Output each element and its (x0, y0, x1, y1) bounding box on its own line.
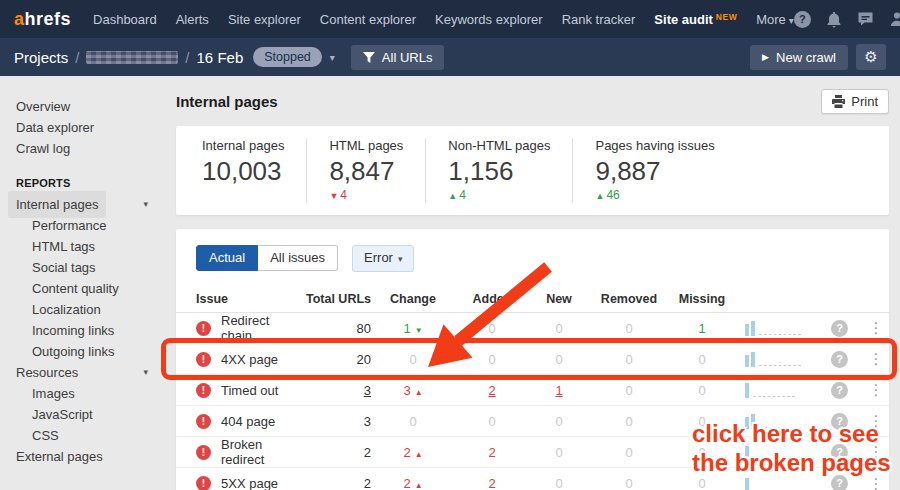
print-button[interactable]: Print (821, 89, 889, 114)
nav-more[interactable]: More▾ (756, 12, 794, 27)
sidebar-item-overview[interactable]: Overview (0, 96, 160, 117)
nav-alerts[interactable]: Alerts (176, 12, 209, 27)
removed-cell: 0 (589, 445, 669, 460)
nav-rank-tracker[interactable]: Rank tracker (562, 12, 636, 27)
column-header-new[interactable]: New (529, 292, 589, 306)
crawl-select-caret-icon[interactable]: ▾ (330, 52, 335, 63)
tab-all-issues[interactable]: All issues (258, 245, 338, 271)
status-badge[interactable]: Stopped (253, 47, 322, 67)
nav-keywords-explorer[interactable]: Keywords explorer (435, 12, 543, 27)
sparkline (735, 413, 831, 429)
help-icon[interactable]: ? (794, 11, 811, 28)
nav-content-explorer[interactable]: Content explorer (320, 12, 416, 27)
user-icon[interactable] (889, 11, 900, 27)
issue-cell: ! 4XX page (176, 352, 299, 367)
sidebar-item-resources[interactable]: Resources ▾ (0, 362, 160, 383)
crawl-date: 16 Feb (197, 49, 244, 66)
triangle-up-icon: ▲ (415, 481, 423, 490)
sidebar-item-css[interactable]: CSS (0, 425, 160, 446)
help-icon[interactable]: ? (831, 444, 848, 461)
issue-label[interactable]: Redirect chain (221, 313, 299, 343)
issue-label[interactable]: 404 page (221, 414, 275, 429)
sidebar-item-images[interactable]: Images (0, 383, 160, 404)
column-header-change[interactable]: Change (371, 292, 455, 306)
table-row[interactable]: ! 5XX page 2 2▲ 2 0 0 0 ? ⋮ (176, 468, 889, 490)
column-header-missing[interactable]: Missing (669, 292, 735, 306)
sidebar-item-social-tags[interactable]: Social tags (0, 257, 160, 278)
table-row[interactable]: ! 4XX page 20 0 0 0 0 0 ? ⋮ (176, 344, 889, 375)
chevron-down-icon[interactable]: ▾ (143, 362, 148, 383)
help-icon[interactable]: ? (831, 382, 848, 399)
help-icon[interactable]: ? (831, 351, 848, 368)
new-crawl-button[interactable]: ▶ New crawl (750, 45, 848, 70)
error-filter-dropdown[interactable]: Error▾ (352, 245, 414, 272)
bell-icon[interactable] (826, 11, 842, 28)
total-urls-cell: 2 (299, 476, 371, 490)
issue-label[interactable]: Timed out (221, 383, 278, 398)
row-menu-icon[interactable]: ⋮ (863, 475, 889, 490)
breadcrumb-separator: / (75, 49, 79, 66)
row-menu-icon[interactable]: ⋮ (863, 412, 889, 430)
row-menu-icon[interactable]: ⋮ (863, 443, 889, 461)
issue-label[interactable]: Broken redirect (221, 437, 299, 467)
help-icon[interactable]: ? (831, 413, 848, 430)
row-menu-icon[interactable]: ⋮ (863, 381, 889, 399)
breadcrumb-projects[interactable]: Projects (14, 49, 68, 66)
missing-cell: 1 (669, 321, 735, 336)
sidebar-item-crawl-log[interactable]: Crawl log (0, 138, 160, 159)
stat-value: 10,003 (202, 155, 284, 187)
change-cell: 2▲ (371, 476, 455, 490)
settings-button[interactable]: ⚙ (856, 44, 886, 70)
added-cell: 0 (455, 414, 529, 429)
sidebar-item-internal-pages[interactable]: Internal pages ▾ (0, 193, 160, 215)
project-subheader: Projects / / 16 Feb Stopped ▾ All URLs ▶… (0, 38, 900, 76)
column-header-removed[interactable]: Removed (589, 292, 669, 306)
nav-site-audit[interactable]: Site auditNEW (654, 12, 737, 27)
stat-value: 1,156 (448, 155, 550, 187)
sidebar-item-data-explorer[interactable]: Data explorer (0, 117, 160, 138)
chat-icon[interactable] (857, 11, 874, 27)
chevron-down-icon[interactable]: ▾ (143, 194, 148, 215)
table-row[interactable]: ! Redirect chain 80 1▼ 0 0 0 1 ? ⋮ (176, 313, 889, 344)
stat-delta: ▲46 (595, 187, 714, 203)
added-cell: 0 (455, 352, 529, 367)
issue-label[interactable]: 4XX page (221, 352, 278, 367)
all-urls-filter-button[interactable]: All URLs (351, 45, 445, 70)
sidebar-item-outgoing-links[interactable]: Outgoing links (0, 341, 160, 362)
sparkline (735, 476, 831, 490)
sidebar-item-javascript[interactable]: JavaScript (0, 404, 160, 425)
tab-actual[interactable]: Actual (196, 245, 258, 271)
row-menu-icon[interactable]: ⋮ (863, 350, 889, 368)
error-icon: ! (196, 352, 211, 367)
table-row[interactable]: ! 404 page 3 0 0 0 0 0 ? ⋮ (176, 406, 889, 437)
chevron-down-icon: ▾ (398, 254, 403, 264)
sidebar-item-content-quality[interactable]: Content quality (0, 278, 160, 299)
help-icon[interactable]: ? (831, 475, 848, 490)
nav-dashboard[interactable]: Dashboard (93, 12, 157, 27)
removed-cell: 0 (589, 352, 669, 367)
project-name-redacted[interactable] (86, 51, 178, 64)
row-menu-icon[interactable]: ⋮ (863, 319, 889, 337)
sidebar-item-external-pages[interactable]: External pages (0, 446, 160, 467)
column-header-total-urls[interactable]: Total URLs (299, 292, 371, 306)
table-row[interactable]: ! Broken redirect 2 2▲ 2 0 0 0 ? ⋮ (176, 437, 889, 468)
sidebar-item-localization[interactable]: Localization (0, 299, 160, 320)
column-header-issue[interactable]: Issue (176, 292, 299, 306)
sidebar-item-incoming-links[interactable]: Incoming links (0, 320, 160, 341)
sidebar-item-html-tags[interactable]: HTML tags (0, 236, 160, 257)
sparkline (735, 351, 831, 367)
ahrefs-logo[interactable]: ahrefs (14, 9, 71, 30)
issue-label[interactable]: 5XX page (221, 476, 278, 490)
sidebar-item-performance[interactable]: Performance (0, 215, 160, 236)
table-row[interactable]: ! Timed out 3 3▲ 2 1 0 0 ? ⋮ (176, 375, 889, 406)
help-icon[interactable]: ? (831, 320, 848, 337)
breadcrumb-separator: / (185, 49, 189, 66)
missing-cell: 0 (669, 352, 735, 367)
nav-site-explorer[interactable]: Site explorer (228, 12, 301, 27)
issue-cell: ! 5XX page (176, 476, 299, 490)
error-icon: ! (196, 414, 211, 429)
gear-icon: ⚙ (864, 48, 877, 66)
column-header-added[interactable]: Added (455, 292, 529, 306)
triangle-up-icon: ▲ (415, 450, 423, 459)
new-cell: 0 (529, 476, 589, 490)
